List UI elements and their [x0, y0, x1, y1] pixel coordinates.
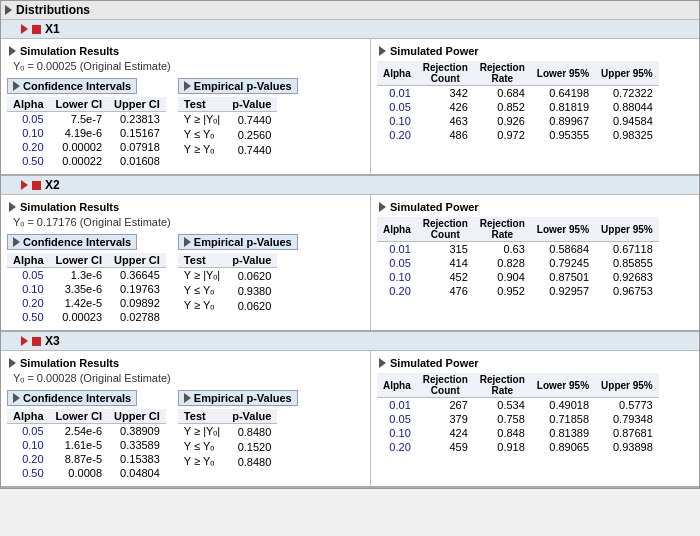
power-upper: 0.88044: [595, 100, 659, 114]
ci-collapse-icon[interactable]: [13, 81, 20, 91]
var-collapse-icon[interactable]: [21, 24, 28, 34]
power-alpha: 0.10: [377, 270, 417, 284]
power-upper: 0.72322: [595, 86, 659, 101]
emp-test: Y ≤ Y₀: [178, 283, 226, 298]
power-th-upper: Upper 95%: [595, 61, 659, 86]
emp-pvalue: 0.0620: [226, 298, 277, 313]
power-lower: 0.95355: [531, 128, 595, 142]
table-row: 0.50 0.00023 0.02788: [7, 310, 166, 324]
variables-container: X1 Simulation Results Y₀ = 0.00025 (Orig…: [1, 20, 699, 488]
power-rej-rate: 0.684: [474, 86, 531, 101]
table-row: 0.05 379 0.758 0.71858 0.79348: [377, 412, 659, 426]
power-upper: 0.98325: [595, 128, 659, 142]
ci-alpha: 0.50: [7, 466, 50, 480]
table-row: Y ≤ Y₀ 0.1520: [178, 439, 277, 454]
sim-results-icon[interactable]: [9, 46, 16, 56]
var-collapse-icon[interactable]: [21, 180, 28, 190]
y0-line: Y₀ = 0.00028 (Original Estimate): [1, 371, 370, 388]
ci-upper: 0.02788: [108, 310, 166, 324]
power-lower: 0.89065: [531, 440, 595, 454]
power-rej-rate: 0.918: [474, 440, 531, 454]
table-row: 0.50 0.00022 0.01608: [7, 154, 166, 168]
power-upper: 0.93898: [595, 440, 659, 454]
power-lower: 0.81819: [531, 100, 595, 114]
sim-results-icon[interactable]: [9, 358, 16, 368]
power-collapse-icon[interactable]: [379, 202, 386, 212]
table-row: Y ≥ Y₀ 0.7440: [178, 142, 277, 157]
right-panel: Simulated Power Alpha RejectionCount Rej…: [371, 39, 699, 174]
sim-results-label: Simulation Results: [1, 43, 370, 59]
emp-label: Empirical p-Values: [178, 78, 298, 94]
power-th-alpha: Alpha: [377, 61, 417, 86]
ci-lower: 0.0008: [50, 466, 108, 480]
ci-upper: 0.38909: [108, 424, 166, 439]
ci-upper: 0.09892: [108, 296, 166, 310]
ci-collapse-icon[interactable]: [13, 237, 20, 247]
emp-collapse-icon[interactable]: [184, 237, 191, 247]
emp-test: Y ≥ Y₀: [178, 454, 226, 469]
ci-label: Confidence Intervals: [7, 390, 137, 406]
power-lower: 0.92957: [531, 284, 595, 298]
power-rej-count: 486: [417, 128, 474, 142]
ci-upper: 0.19763: [108, 282, 166, 296]
power-collapse-icon[interactable]: [379, 358, 386, 368]
emp-test: Y ≥ Y₀: [178, 298, 226, 313]
ci-upper: 0.04804: [108, 466, 166, 480]
power-th-rej-count: RejectionCount: [417, 373, 474, 398]
ci-collapse-icon[interactable]: [13, 393, 20, 403]
power-rej-count: 452: [417, 270, 474, 284]
power-lower: 0.87501: [531, 270, 595, 284]
power-rej-rate: 0.904: [474, 270, 531, 284]
power-table: Alpha RejectionCount RejectionRate Lower…: [377, 61, 659, 142]
sim-power-label: Simulated Power: [371, 199, 699, 215]
power-rej-rate: 0.828: [474, 256, 531, 270]
sim-results-text: Simulation Results: [20, 45, 119, 57]
variable-block-x2: X2 Simulation Results Y₀ = 0.17176 (Orig…: [1, 176, 699, 332]
var-color-icon: [32, 181, 41, 190]
emp-th-test: Test: [178, 409, 226, 424]
sim-results-icon[interactable]: [9, 202, 16, 212]
emp-label: Empirical p-Values: [178, 390, 298, 406]
table-row: 0.20 1.42e-5 0.09892: [7, 296, 166, 310]
emp-th-pvalue: p-Value: [226, 409, 277, 424]
table-row: 0.05 2.54e-6 0.38909: [7, 424, 166, 439]
variable-name-x2: X2: [45, 178, 60, 192]
power-rej-rate: 0.952: [474, 284, 531, 298]
ci-label: Confidence Intervals: [7, 78, 137, 94]
collapse-icon[interactable]: [5, 5, 12, 15]
ci-alpha: 0.10: [7, 438, 50, 452]
emp-test: Y ≤ Y₀: [178, 439, 226, 454]
ci-upper: 0.15383: [108, 452, 166, 466]
variable-name-x3: X3: [45, 334, 60, 348]
variable-header-x1: X1: [1, 20, 699, 39]
right-panel: Simulated Power Alpha RejectionCount Rej…: [371, 351, 699, 486]
emp-collapse-icon[interactable]: [184, 393, 191, 403]
power-lower: 0.71858: [531, 412, 595, 426]
power-collapse-icon[interactable]: [379, 46, 386, 56]
table-row: 0.05 414 0.828 0.79245 0.85855: [377, 256, 659, 270]
power-th-rej-rate: RejectionRate: [474, 373, 531, 398]
power-upper: 0.87681: [595, 426, 659, 440]
power-alpha: 0.10: [377, 426, 417, 440]
variable-content-x3: Simulation Results Y₀ = 0.00028 (Origina…: [1, 351, 699, 486]
empirical-section: Empirical p-Values Test p-Value Y ≥ |Y₀|…: [172, 232, 304, 326]
ci-th-upper: Upper CI: [108, 409, 166, 424]
power-alpha: 0.01: [377, 242, 417, 257]
table-row: 0.20 476 0.952 0.92957 0.96753: [377, 284, 659, 298]
power-th-lower: Lower 95%: [531, 373, 595, 398]
y0-line: Y₀ = 0.00025 (Original Estimate): [1, 59, 370, 76]
var-collapse-icon[interactable]: [21, 336, 28, 346]
emp-test: Y ≥ |Y₀|: [178, 268, 226, 284]
emp-collapse-icon[interactable]: [184, 81, 191, 91]
ci-th-lower: Lower CI: [50, 409, 108, 424]
emp-th-test: Test: [178, 97, 226, 112]
power-upper: 0.85855: [595, 256, 659, 270]
power-rej-count: 342: [417, 86, 474, 101]
ci-upper: 0.33589: [108, 438, 166, 452]
power-upper: 0.94584: [595, 114, 659, 128]
power-th-rej-rate: RejectionRate: [474, 217, 531, 242]
ci-lower: 1.3e-6: [50, 268, 108, 283]
variable-header-x2: X2: [1, 176, 699, 195]
empirical-section: Empirical p-Values Test p-Value Y ≥ |Y₀|…: [172, 76, 304, 170]
ci-lower: 7.5e-7: [50, 112, 108, 127]
